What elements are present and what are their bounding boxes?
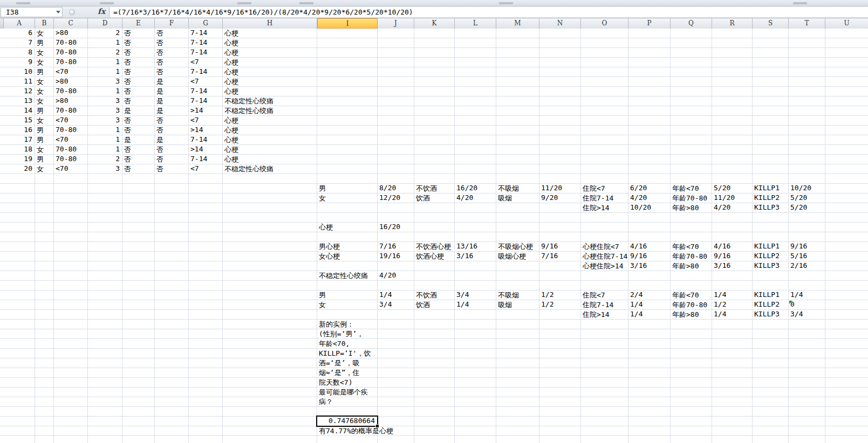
grid-cell[interactable]: 女: [35, 48, 54, 58]
grid-cell[interactable]: 3: [88, 96, 122, 106]
grid-cell[interactable]: 2/16: [789, 261, 825, 271]
grid-cell[interactable]: KILLP1: [753, 184, 789, 193]
grid-cell[interactable]: 心梗住院7-14: [581, 252, 628, 261]
grid-cell[interactable]: 是: [155, 135, 189, 145]
grid-cell[interactable]: 否: [122, 87, 155, 96]
grid-cell[interactable]: 心梗: [223, 116, 317, 126]
grid-cell[interactable]: 女: [35, 164, 54, 174]
column-header-K[interactable]: K: [414, 18, 455, 29]
column-header-D[interactable]: D: [88, 18, 122, 29]
grid-cell[interactable]: 70-80: [54, 87, 88, 96]
grid-cell[interactable]: 18: [0, 145, 35, 155]
grid-cell[interactable]: 女: [35, 145, 54, 155]
grid-cell[interactable]: 年龄<70: [671, 242, 712, 252]
grid-cell[interactable]: 年龄70-80: [671, 300, 712, 310]
column-header-B[interactable]: B: [35, 18, 54, 29]
grid-cell[interactable]: 年龄<70: [671, 184, 712, 193]
grid-cell[interactable]: 否: [155, 38, 189, 48]
grid-cell[interactable]: 4/16: [712, 242, 753, 252]
grid-cell[interactable]: 是: [155, 77, 189, 87]
grid-cell[interactable]: 女心梗: [317, 252, 378, 261]
grid-cell[interactable]: 7-14: [189, 155, 223, 164]
grid-cell[interactable]: 年龄<70: [671, 290, 712, 300]
grid-cell[interactable]: 女: [35, 58, 54, 67]
grid-cell[interactable]: 16: [0, 126, 35, 135]
grid-cell[interactable]: 3: [88, 77, 122, 87]
grid-cell[interactable]: 否: [122, 116, 155, 126]
grid-cell[interactable]: 心梗: [223, 87, 317, 96]
grid-cell[interactable]: 2: [88, 29, 122, 38]
grid-cell[interactable]: 否: [155, 126, 189, 135]
grid-cell[interactable]: 心梗: [223, 58, 317, 67]
grid-cell[interactable]: <7: [189, 116, 223, 126]
grid-cell[interactable]: 7: [0, 38, 35, 48]
grid-cell[interactable]: 女: [35, 96, 54, 106]
name-box-dropdown-icon[interactable]: [56, 11, 60, 16]
column-header-H[interactable]: H: [223, 18, 317, 29]
grid-cell[interactable]: 心梗: [223, 38, 317, 48]
grid-cell[interactable]: 住院>14: [581, 310, 628, 320]
grid-cell[interactable]: 7-14: [189, 96, 223, 106]
grid-cell[interactable]: 70-80: [54, 106, 88, 116]
grid-cell[interactable]: 19/16: [378, 252, 414, 261]
grid-cell[interactable]: 1/4: [628, 310, 671, 320]
grid-cell[interactable]: 5/20: [789, 193, 825, 203]
grid-cell[interactable]: 10: [0, 67, 35, 77]
sheet-grid[interactable]: 6女>802否否7-14心梗7男70-801否否7-14心梗8女70-802否否…: [0, 29, 868, 443]
grid-cell[interactable]: 13: [0, 96, 35, 106]
grid-cell[interactable]: 女: [35, 77, 54, 87]
grid-cell[interactable]: 心梗住院>14: [581, 261, 628, 271]
formula-bar-button[interactable]: [69, 9, 75, 15]
grid-cell[interactable]: 男: [35, 155, 54, 164]
grid-cell[interactable]: 3/4: [455, 290, 496, 300]
grid-cell[interactable]: 6: [0, 29, 35, 38]
grid-cell[interactable]: 16/20: [378, 223, 414, 232]
grid-cell[interactable]: >14: [189, 145, 223, 155]
grid-cell[interactable]: 5/16: [789, 252, 825, 261]
grid-cell[interactable]: 心梗: [317, 223, 378, 232]
grid-cell[interactable]: 是: [122, 135, 155, 145]
column-header-O[interactable]: O: [581, 18, 628, 29]
grid-cell[interactable]: 男心梗: [317, 242, 378, 252]
grid-cell[interactable]: KILLP2: [753, 193, 789, 203]
grid-cell[interactable]: 2: [88, 155, 122, 164]
grid-cell[interactable]: 9/16: [539, 242, 581, 252]
grid-cell[interactable]: 是: [122, 106, 155, 116]
grid-cell[interactable]: 年龄>80: [671, 310, 712, 320]
grid-cell[interactable]: 女: [317, 193, 378, 203]
grid-cell[interactable]: 19: [0, 155, 35, 164]
grid-cell[interactable]: KILLP1: [753, 242, 789, 252]
grid-cell[interactable]: 3/16: [628, 261, 671, 271]
new-case-question-cell[interactable]: 新的实例： (性别=‘男’， 年龄<70, KILLP=‘I'，饮 酒=‘是’，…: [317, 320, 371, 407]
grid-cell[interactable]: 年龄>80: [671, 261, 712, 271]
grid-cell[interactable]: 7-14: [189, 29, 223, 38]
name-box[interactable]: I38: [1, 7, 63, 17]
grid-cell[interactable]: 年龄>80: [671, 203, 712, 213]
grid-cell[interactable]: 否: [155, 155, 189, 164]
grid-cell[interactable]: 否: [122, 126, 155, 135]
grid-cell[interactable]: 2: [88, 48, 122, 58]
grid-cell[interactable]: 4/16: [628, 242, 671, 252]
grid-cell[interactable]: KILLP2: [753, 300, 789, 310]
grid-cell[interactable]: 4/20: [455, 193, 496, 203]
grid-cell[interactable]: 否: [155, 145, 189, 155]
column-header-E[interactable]: E: [122, 18, 155, 29]
grid-cell[interactable]: 心梗: [223, 48, 317, 58]
grid-cell[interactable]: 1/4: [712, 290, 753, 300]
grid-cell[interactable]: 男: [317, 290, 378, 300]
grid-cell[interactable]: 1/4: [712, 310, 753, 320]
grid-cell[interactable]: 3: [88, 164, 122, 174]
grid-cell[interactable]: 不饮酒: [414, 290, 455, 300]
grid-cell[interactable]: KILLP2: [753, 252, 789, 261]
grid-cell[interactable]: 否: [155, 58, 189, 67]
grid-cell[interactable]: 否: [122, 48, 155, 58]
grid-cell[interactable]: KILLP3: [753, 203, 789, 213]
grid-cell[interactable]: 心梗: [223, 145, 317, 155]
grid-cell[interactable]: 7-14: [189, 135, 223, 145]
grid-cell[interactable]: <70: [54, 135, 88, 145]
grid-cell[interactable]: 否: [122, 29, 155, 38]
grid-cell[interactable]: 3/16: [712, 261, 753, 271]
grid-cell[interactable]: 70-80: [54, 126, 88, 135]
grid-cell[interactable]: 不吸烟心梗: [496, 242, 539, 252]
column-header-T[interactable]: T: [789, 18, 825, 29]
